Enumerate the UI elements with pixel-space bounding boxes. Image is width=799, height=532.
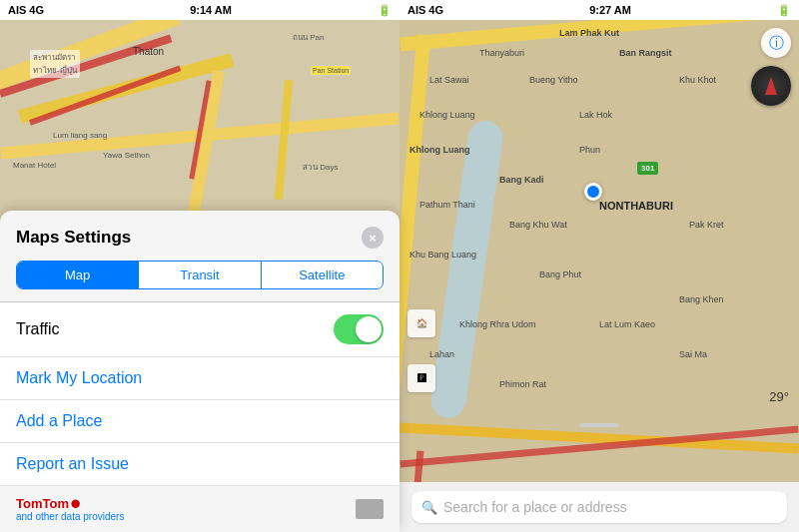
- right-label-6: Khu Khot: [679, 75, 716, 85]
- map-control-icon[interactable]: 🅿: [407, 364, 435, 392]
- right-label-12: Bang Kadi: [499, 175, 544, 185]
- tomtom-dot-icon: ⬤: [71, 499, 80, 508]
- seg-map-button[interactable]: Map: [17, 262, 139, 288]
- right-status-bar: AIS 4G 9:27 AM 🔋: [400, 0, 799, 20]
- map-label-thai-10: Manat Hotel: [10, 160, 59, 171]
- right-label-7: Khlong Luang: [419, 110, 475, 120]
- info-button[interactable]: ⓘ: [761, 28, 791, 58]
- report-issue-row[interactable]: Report an Issue: [0, 442, 400, 485]
- right-label-16: Pak Kret: [689, 220, 724, 230]
- traffic-label: Traffic: [16, 320, 60, 338]
- right-map-area: Lam Phak Kut Thanyaburi Ban Rangsit Lat …: [400, 20, 799, 482]
- right-battery-icon: 🔋: [777, 4, 791, 17]
- add-place-label: Add a Place: [16, 412, 102, 430]
- compass-button[interactable]: [751, 66, 791, 106]
- right-status-left: AIS 4G: [407, 4, 443, 16]
- river: [428, 119, 504, 420]
- map-label-thai-4: สะพานมัดราทาไทย-ญี่ปุ่น: [30, 50, 80, 78]
- map-label-thai-8: ถนน Pan: [290, 30, 327, 45]
- tomtom-sub: and other data providers: [16, 511, 124, 522]
- right-phone: AIS 4G 9:27 AM 🔋 Lam Phak Kut Thany: [400, 0, 799, 532]
- right-status-right: 🔋: [777, 4, 791, 17]
- right-label-3: Ban Rangsit: [619, 48, 672, 58]
- road-vert-2: [275, 80, 293, 200]
- settings-title: Maps Settings: [16, 228, 131, 248]
- close-icon: ×: [369, 231, 377, 246]
- info-icon: ⓘ: [769, 34, 784, 53]
- toggle-knob: [356, 316, 382, 342]
- layers-icon: 🏠: [416, 318, 427, 328]
- search-input-container[interactable]: 🔍 Search for a place or address: [411, 491, 787, 523]
- right-label-23: Sai Ma: [679, 349, 707, 359]
- settings-header: Maps Settings ×: [0, 227, 400, 261]
- search-placeholder: Search for a place or address: [443, 499, 627, 515]
- mark-location-row[interactable]: Mark My Location: [0, 356, 400, 399]
- road-marker: Pan Station: [310, 65, 352, 76]
- right-label-nonthaburi: NONTHABURI: [599, 200, 673, 212]
- left-phone: AIS 4G 9:14 AM 🔋 Pan Station Thaton ถนน …: [0, 0, 400, 532]
- tomtom-icon: [356, 499, 384, 519]
- tomtom-logo: TomTom ⬤: [16, 496, 124, 511]
- right-label-11: Phun: [579, 145, 600, 155]
- map-label-thai-6: Lum liang sang: [50, 130, 110, 141]
- left-time: 9:14 AM: [190, 4, 232, 16]
- map-control-icon2[interactable]: 🏠: [407, 309, 435, 337]
- map-label-thai-9: สวน Days: [300, 160, 341, 175]
- right-label-2: Thanyaburi: [479, 48, 524, 58]
- right-label-8: Lak Hok: [579, 110, 612, 120]
- traffic-toggle[interactable]: [334, 314, 384, 344]
- traffic-row: Traffic: [0, 302, 400, 356]
- right-label-10: Khlong Luang: [409, 145, 470, 155]
- right-network: 4G: [428, 4, 443, 16]
- right-label-13: Pathum Thani: [419, 200, 475, 210]
- seg-transit-button[interactable]: Transit: [139, 262, 261, 288]
- seg-satellite-button[interactable]: Satellite: [262, 262, 383, 288]
- mark-location-label: Mark My Location: [16, 369, 142, 387]
- tomtom-info: TomTom ⬤ and other data providers: [16, 496, 124, 522]
- map-type-segmented-control[interactable]: Map Transit Satellite: [16, 261, 384, 289]
- right-label-24: Phimon Rat: [499, 379, 546, 389]
- temperature-badge: 29°: [769, 389, 789, 404]
- tomtom-row: TomTom ⬤ and other data providers: [0, 485, 400, 532]
- tomtom-label: TomTom: [16, 496, 69, 511]
- left-status-bar: AIS 4G 9:14 AM 🔋: [0, 0, 400, 20]
- right-label-17: Khu Bang Luang: [409, 250, 476, 260]
- left-status-right: 🔋: [378, 4, 392, 17]
- right-label-22: Lahan: [429, 349, 454, 359]
- right-carrier: AIS: [407, 4, 425, 16]
- right-label-5: Bueng Yitho: [529, 75, 578, 85]
- settings-panel: Maps Settings × Map Transit Satellite Tr…: [0, 211, 400, 532]
- user-location-pin: [584, 183, 602, 201]
- left-status-left: AIS 4G: [8, 4, 44, 16]
- right-label-18: Bang Phut: [539, 269, 581, 279]
- scroll-indicator: [579, 423, 619, 427]
- right-time: 9:27 AM: [589, 4, 631, 16]
- report-issue-label: Report an Issue: [16, 455, 129, 473]
- close-button[interactable]: ×: [362, 227, 384, 249]
- map-label-thai-7: Yawa Sethon: [100, 150, 153, 161]
- road-number-badge: 301: [637, 162, 658, 175]
- search-bar: 🔍 Search for a place or address: [400, 482, 799, 532]
- left-carrier: AIS: [8, 4, 26, 16]
- add-place-row[interactable]: Add a Place: [0, 399, 400, 442]
- compass-arrow-icon: [765, 77, 777, 95]
- left-battery-icon: 🔋: [378, 4, 392, 17]
- left-network: 4G: [29, 4, 44, 16]
- right-label-4: Lat Sawai: [429, 75, 469, 85]
- map-label-thaton: Thaton: [130, 45, 167, 58]
- right-label-15: Bang Khu Wat: [509, 220, 567, 230]
- right-label-19: Bang Khen: [679, 294, 724, 304]
- right-label-1: Lam Phak Kut: [559, 28, 619, 38]
- right-label-21: Lat Lum Kaeo: [599, 319, 655, 329]
- right-label-20: Khlong Rhra Udom: [459, 319, 536, 329]
- search-icon: 🔍: [421, 500, 437, 515]
- parking-icon: 🅿: [417, 373, 426, 383]
- right-map-bg: Lam Phak Kut Thanyaburi Ban Rangsit Lat …: [400, 20, 799, 482]
